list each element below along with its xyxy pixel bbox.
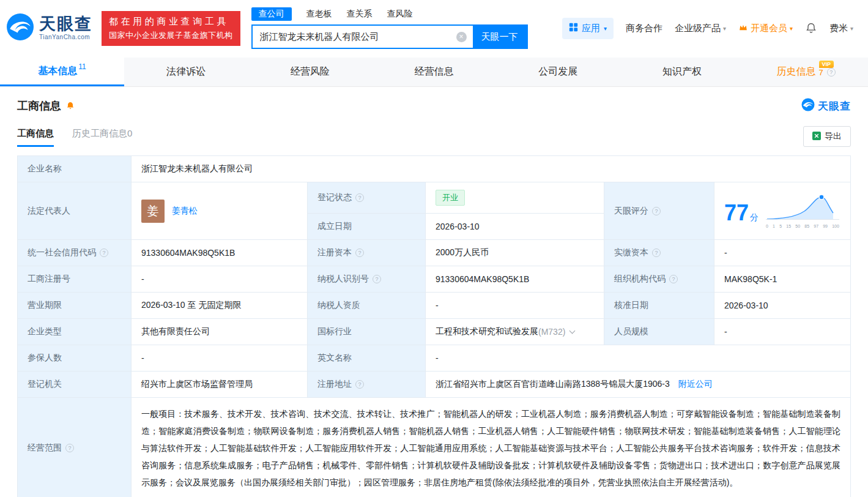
- vip-badge: VIP: [819, 61, 834, 68]
- address-label: 注册地址?: [308, 372, 426, 398]
- taxpayer-quality-label: 纳税人资质: [308, 293, 426, 319]
- help-icon[interactable]: ?: [652, 248, 661, 257]
- tab-legal[interactable]: 法律诉讼: [124, 58, 248, 86]
- reg-capital-value: 2000万人民币: [426, 240, 604, 266]
- chevron-down-icon: ▾: [790, 25, 793, 32]
- grid-icon: [569, 23, 578, 34]
- legal-rep-link[interactable]: 姜青松: [172, 206, 198, 217]
- help-icon[interactable]: ?: [355, 193, 364, 202]
- section-title: 工商信息: [17, 99, 61, 113]
- scope-label: 经营范围?: [18, 398, 132, 497]
- tianyancha-logo-icon: [801, 98, 815, 114]
- business-info-table: 企业名称 浙江智龙未来机器人有限公司 法定代表人 姜 姜青松 登记状态? 开业 …: [17, 155, 851, 497]
- status-badge: 开业: [436, 190, 465, 206]
- table-row: 统一社会信用代码? 91330604MAK98Q5K1B 注册资本? 2000万…: [18, 240, 851, 266]
- company-name-value: 浙江智龙未来机器人有限公司: [132, 156, 851, 182]
- username: 费米: [829, 23, 848, 34]
- industry-code: (M732): [538, 327, 565, 337]
- tab-history-info[interactable]: VIP 历史信息 7 ?: [744, 58, 868, 86]
- tab-basic-info[interactable]: 基本信息 11: [0, 58, 124, 86]
- apps-label: 应用: [582, 23, 600, 34]
- industry-label: 国标行业: [308, 319, 426, 345]
- help-icon[interactable]: ?: [669, 275, 678, 283]
- tab-operating-risk[interactable]: 经营风险: [248, 58, 372, 86]
- search-tab-company[interactable]: 查公司: [251, 7, 292, 21]
- reg-status-label: 登记状态?: [308, 182, 426, 214]
- help-icon[interactable]: ?: [65, 444, 74, 452]
- menu-cooperation[interactable]: 商务合作: [626, 23, 662, 34]
- help-icon[interactable]: ?: [355, 248, 364, 257]
- taxpayer-quality-value: -: [426, 293, 604, 319]
- user-menu[interactable]: 费米 ▾: [829, 23, 853, 34]
- export-label: 导出: [825, 131, 842, 142]
- reg-number-value: -: [132, 266, 308, 293]
- tianyancha-logo[interactable]: 天眼查 TianYanCha.com: [6, 13, 97, 43]
- export-button[interactable]: 导出: [803, 126, 851, 147]
- staff-size-value: -: [714, 319, 851, 345]
- staff-size-label: 人员规模: [604, 319, 714, 345]
- english-name-label: 英文名称: [308, 345, 426, 372]
- established-value: 2026-03-10: [426, 214, 604, 240]
- legal-rep-value: 姜 姜青松: [132, 182, 308, 240]
- insured-label: 参保人数: [18, 345, 132, 372]
- menu-vip[interactable]: 开通会员 ▾: [738, 23, 793, 34]
- table-row: 法定代表人 姜 姜青松 登记状态? 开业 天眼评分? 77分: [18, 182, 851, 214]
- search-tab-relation[interactable]: 查关系: [347, 7, 373, 21]
- paid-capital-value: -: [714, 240, 851, 266]
- search-button[interactable]: 天眼一下: [473, 26, 527, 48]
- org-code-label: 组织机构代码?: [604, 266, 714, 293]
- score-label: 天眼评分?: [604, 182, 714, 240]
- score-axis: 0151550859799100: [766, 224, 839, 228]
- legal-rep-avatar[interactable]: 姜: [141, 200, 165, 223]
- notification-bell-icon[interactable]: [805, 22, 817, 34]
- tab-company-development[interactable]: 公司发展: [496, 58, 620, 86]
- logo-title: 天眼查: [39, 16, 92, 32]
- section-header: 工商信息 天眼查: [17, 98, 851, 114]
- chevron-down-icon[interactable]: [569, 328, 576, 334]
- subtabs-bar: 工商信息 历史工商信息0 导出: [17, 126, 851, 147]
- business-term-label: 营业期限: [18, 293, 132, 319]
- table-row: 营业期限 2026-03-10 至 无固定期限 纳税人资质 - 核准日期 202…: [18, 293, 851, 319]
- top-menu: 应用 ▾ 商务合作 企业级产品 ▾ 开通会员 ▾ 费米 ▾: [562, 18, 853, 39]
- help-icon[interactable]: ?: [652, 207, 661, 215]
- tab-intellectual-property[interactable]: 知识产权: [620, 58, 744, 86]
- logo-subtitle: TianYanCha.com: [39, 34, 92, 40]
- table-row: 经营范围? 一般项目：技术服务、技术开发、技术咨询、技术交流、技术转让、技术推广…: [18, 398, 851, 497]
- help-icon[interactable]: ?: [373, 275, 381, 283]
- search-tab-boss[interactable]: 查老板: [306, 7, 332, 21]
- promo-line1: 都在用的商业查询工具: [109, 16, 233, 28]
- help-icon[interactable]: ?: [100, 248, 108, 257]
- table-row: 登记机关 绍兴市上虞区市场监督管理局 注册地址? 浙江省绍兴市上虞区百官街道峰山…: [18, 372, 851, 398]
- score-value: 77分 0151550859799100: [714, 182, 851, 240]
- vip-label: 开通会员: [751, 23, 787, 34]
- watermark-logo-text: 天眼查: [818, 99, 851, 113]
- credit-code-label: 统一社会信用代码?: [18, 240, 132, 266]
- search-input[interactable]: [253, 32, 456, 42]
- company-nav-tabs: 基本信息 11 法律诉讼 经营风险 经营信息 公司发展 知识产权 VIP 历史信…: [0, 58, 868, 87]
- apps-menu[interactable]: 应用 ▾: [562, 18, 614, 39]
- business-term-value: 2026-03-10 至 无固定期限: [132, 293, 308, 319]
- excel-icon: [812, 132, 821, 142]
- company-type-value: 其他有限责任公司: [132, 319, 308, 345]
- tianyancha-logo-icon: [6, 13, 34, 43]
- subscribe-bell-icon[interactable]: [65, 101, 75, 111]
- search-tab-risk[interactable]: 查风险: [387, 7, 413, 21]
- address-value: 浙江省绍兴市上虞区百官街道峰山南路1388号锦晨大厦1906-3 附近公司: [426, 372, 851, 398]
- clear-search-icon[interactable]: ×: [456, 32, 467, 42]
- english-name-value: -: [426, 345, 851, 372]
- company-name-label: 企业名称: [18, 156, 132, 182]
- subtab-history-business-info[interactable]: 历史工商信息0: [72, 128, 132, 147]
- help-icon[interactable]: ?: [355, 380, 364, 389]
- promo-banner: 都在用的商业查询工具 国家中小企业发展子基金旗下机构: [102, 11, 240, 46]
- subtab-business-info[interactable]: 工商信息: [17, 128, 54, 147]
- nearby-companies-link[interactable]: 附近公司: [678, 379, 713, 389]
- help-icon[interactable]: ?: [827, 68, 836, 77]
- score-curve-chart: 0151550859799100: [766, 193, 840, 228]
- table-row: 参保人数 - 英文名称 -: [18, 345, 851, 372]
- top-header: 天眼查 TianYanCha.com 都在用的商业查询工具 国家中小企业发展子基…: [0, 0, 868, 58]
- menu-enterprise[interactable]: 企业级产品 ▾: [675, 23, 726, 34]
- search-tabs: 查公司 查老板 查关系 查风险: [251, 7, 528, 21]
- org-code-value: MAK98Q5K-1: [714, 266, 851, 293]
- tab-operating-info[interactable]: 经营信息: [372, 58, 496, 86]
- approval-date-label: 核准日期: [604, 293, 714, 319]
